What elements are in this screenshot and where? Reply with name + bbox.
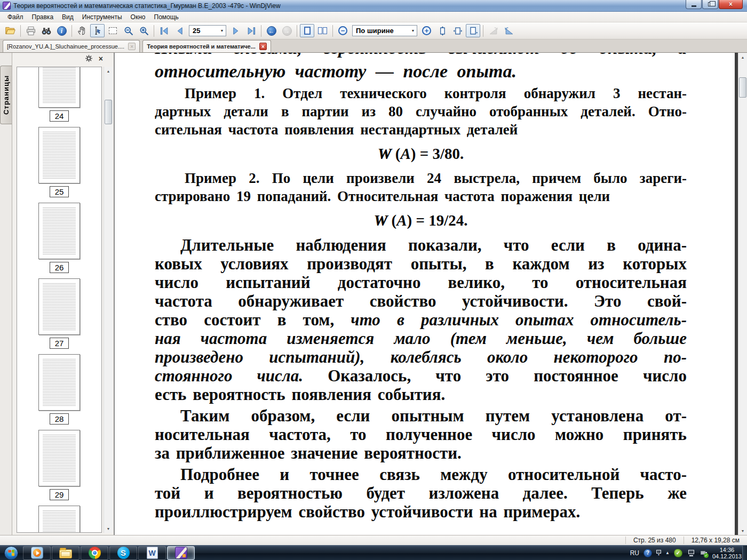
show-desktop-button[interactable] [742, 546, 747, 560]
menu-tools[interactable]: Инструменты [78, 12, 126, 22]
single-page-layout-button[interactable] [300, 24, 314, 37]
zoom-in-button[interactable]: + [419, 24, 434, 37]
back-arrow-icon: ← [267, 26, 276, 36]
scrollbar-thumb[interactable] [739, 77, 746, 98]
tab-gmurman-document[interactable]: Теория вероятностей и математиче... × [142, 40, 271, 52]
taskbar-word-button[interactable]: W [138, 546, 166, 560]
about-button[interactable]: i [54, 24, 69, 37]
toolbar-separator [71, 25, 72, 37]
rotate-right-button[interactable] [502, 24, 516, 37]
thumbnail-image[interactable] [38, 354, 80, 411]
close-button[interactable]: × [719, 0, 743, 9]
thumbnail-image[interactable] [38, 506, 80, 533]
document-page[interactable]: Иными словами, вероятность вычисляют до … [115, 53, 738, 535]
tab-rozanov-document[interactable]: [Rozanov_YU.A.]_Sluchainuee_processue...… [3, 40, 140, 52]
menu-edit[interactable]: Правка [28, 12, 58, 22]
tab-close-icon[interactable]: × [259, 43, 267, 50]
forward-arrow-icon: → [282, 26, 292, 36]
start-button[interactable] [4, 546, 18, 560]
taskbar-explorer-button[interactable] [52, 546, 80, 560]
facing-pages-layout-button[interactable] [315, 24, 330, 37]
sidebar-tab-label: Страницы [2, 75, 10, 115]
rotate-left-button[interactable] [486, 24, 500, 37]
taskbar-media-player-button[interactable] [23, 546, 51, 560]
first-page-icon [159, 26, 170, 36]
page-number-value[interactable]: 25 [189, 27, 218, 35]
scrollbar-thumb[interactable] [105, 100, 112, 124]
rect-select-button[interactable] [106, 24, 120, 37]
page-thumbnail[interactable]: 29 [38, 430, 80, 500]
help-tray-icon[interactable]: ? [643, 549, 652, 557]
back-button[interactable]: ← [264, 24, 279, 37]
system-tray: RU ? ▾ ▲ ✓ 14:36 04.12.2013 [630, 546, 742, 560]
document-line: проиллюстрируем свойство устойчивости на… [155, 502, 687, 521]
scroll-down-icon[interactable]: ▼ [104, 524, 113, 533]
taskbar-chrome-button[interactable] [81, 546, 108, 560]
tab-close-icon[interactable]: × [128, 43, 136, 50]
document-line: ковых условиях производят опыты, в каждо… [155, 254, 687, 273]
scroll-down-icon[interactable]: ▼ [738, 526, 747, 535]
show-hidden-icons-arrow[interactable]: ▲ [665, 550, 670, 555]
usb-tray-icon[interactable] [700, 549, 708, 557]
prev-page-button[interactable] [172, 24, 187, 37]
scroll-up-icon[interactable]: ▲ [104, 67, 113, 75]
menu-file[interactable]: Файл [3, 12, 28, 22]
thumbnail-image[interactable] [38, 127, 80, 183]
sidebar-scrollbar[interactable]: ▲ ▼ [104, 67, 113, 533]
taskbar-skype-button[interactable]: S [109, 546, 137, 560]
scroll-up-icon[interactable]: ▲ [738, 53, 747, 61]
settings-gear-icon[interactable] [85, 55, 92, 62]
search-button[interactable] [39, 24, 53, 37]
rotate-left-icon [488, 26, 499, 36]
page-thumbnail[interactable]: 25 [38, 127, 80, 197]
open-button[interactable] [3, 24, 18, 37]
sidebar-tab-pages[interactable]: Страницы [0, 66, 12, 124]
last-page-button[interactable] [244, 24, 258, 37]
document-scrollbar[interactable]: ▲ ▼ [738, 53, 747, 535]
page-thumbnail[interactable]: 27 [38, 278, 80, 349]
menu-window[interactable]: Окно [126, 12, 150, 22]
menu-view[interactable]: Вид [58, 12, 78, 22]
page-thumbnail[interactable]: 24 [38, 67, 80, 122]
clock[interactable]: 14:36 04.12.2013 [712, 547, 742, 559]
fit-page-button[interactable] [450, 24, 465, 37]
pan-tool-button[interactable] [75, 24, 89, 37]
zoom-out-button[interactable]: − [336, 24, 350, 37]
taskbar-windjview-button[interactable] [167, 546, 195, 560]
document-line: за приближенное значение вероятности. [155, 444, 687, 462]
page-thumbnail[interactable]: 26 [38, 203, 80, 273]
zoom-mode-value[interactable]: По ширине [353, 27, 409, 35]
fit-height-button[interactable] [435, 24, 449, 37]
forward-button[interactable]: → [280, 24, 294, 37]
sidebar-close-icon[interactable]: × [99, 55, 103, 62]
window-switch-tray-icon[interactable]: ▾ [656, 550, 661, 556]
hand-icon [77, 26, 87, 36]
zoom-mode-combo[interactable]: По ширине ▼ [352, 25, 417, 36]
magnify-out-button[interactable] [121, 24, 136, 37]
thumbnail-image[interactable] [38, 67, 80, 108]
page-number-combo[interactable]: 25 ▼ [189, 25, 226, 36]
actual-size-button[interactable] [466, 24, 480, 37]
menu-help[interactable]: Помощь [150, 12, 183, 22]
minimize-button[interactable] [686, 0, 702, 9]
page-thumbnail[interactable] [38, 506, 80, 533]
thumbnail-image[interactable] [38, 278, 80, 335]
next-page-button[interactable] [228, 24, 243, 37]
thumbnail-image[interactable] [38, 203, 80, 259]
chevron-down-icon[interactable]: ▼ [218, 29, 226, 33]
restore-button[interactable] [702, 0, 718, 9]
network-tray-icon[interactable] [687, 549, 695, 557]
thumbnail-list[interactable]: 242526272829 [17, 67, 102, 533]
antivirus-tray-icon[interactable]: ✓ [674, 549, 682, 557]
taskbar: S W RU ? ▾ ▲ ✓ 14:36 04.12.2013 [0, 545, 747, 560]
chevron-down-icon[interactable]: ▼ [409, 29, 417, 33]
thumbnail-image[interactable] [38, 430, 80, 486]
magnify-in-button[interactable] [137, 24, 151, 37]
page-thumbnail[interactable]: 28 [38, 354, 80, 425]
first-page-button[interactable] [157, 24, 171, 37]
language-indicator[interactable]: RU [630, 549, 639, 557]
printer-icon [26, 26, 36, 36]
print-button[interactable] [23, 24, 38, 37]
select-tool-button[interactable] [90, 24, 105, 37]
info-icon: i [57, 26, 67, 36]
